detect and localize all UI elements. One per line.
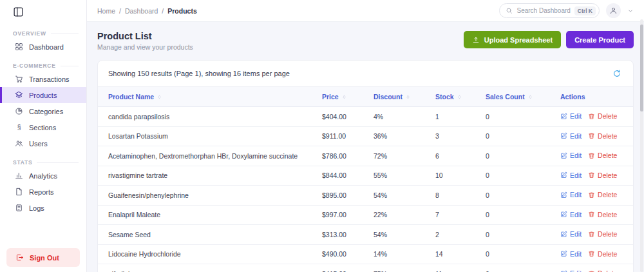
breadcrumb-item-dashboard[interactable]: Dashboard (125, 7, 158, 15)
discount-cell: 54% (368, 186, 430, 206)
delete-label: Delete (598, 132, 617, 140)
product-name-cell: Acetaminophen, Dextromethorphan HBr, Dox… (98, 146, 317, 166)
sort-icon (341, 94, 347, 100)
price-cell: $997.00 (317, 205, 368, 225)
edit-button[interactable]: Edit (560, 250, 582, 258)
sidebar-item-products[interactable]: Products (0, 87, 86, 103)
stock-cell: 8 (430, 186, 480, 206)
trash-icon (588, 211, 595, 218)
delete-button[interactable]: Delete (588, 230, 617, 238)
trash-icon (588, 250, 595, 257)
user-menu-chevron[interactable] (627, 8, 634, 14)
app-logo[interactable] (0, 0, 86, 23)
sidebar-item-label: Sections (29, 124, 56, 131)
column-header-price[interactable]: Price (317, 87, 368, 107)
create-product-button[interactable]: Create Product (566, 31, 634, 48)
table-row: Acetaminophen, Dextromethorphan HBr, Dox… (98, 146, 633, 166)
edit-button[interactable]: Edit (560, 132, 582, 140)
user-icon (609, 6, 618, 15)
product-name-cell: Lidocaine Hydrochloride (98, 244, 317, 264)
sidebar-item-label: Dashboard (29, 43, 64, 51)
sidebar: OVERVIEWDashboardE-COMMERCETransactionsP… (0, 0, 87, 272)
breadcrumb-separator: / (119, 7, 121, 15)
vertical-scrollbar[interactable] (640, 19, 643, 272)
trash-icon (588, 132, 595, 139)
logs-icon (15, 204, 23, 212)
content-area: Product List Manage and view your produc… (87, 22, 644, 272)
scrollbar-thumb[interactable] (640, 24, 643, 112)
column-header-discount[interactable]: Discount (368, 87, 430, 107)
sidebar-nav: OVERVIEWDashboardE-COMMERCETransactionsP… (0, 23, 86, 216)
categories-icon (15, 107, 23, 115)
delete-button[interactable]: Delete (588, 269, 617, 272)
analytics-icon (15, 171, 23, 180)
edit-button[interactable]: Edit (560, 269, 582, 272)
nav-section-label-stats: STATS (13, 159, 86, 166)
search-input[interactable]: Search Dashboard Ctrl K (499, 3, 600, 18)
edit-button[interactable]: Edit (560, 191, 582, 199)
delete-button[interactable]: Delete (588, 151, 617, 159)
upload-spreadsheet-button[interactable]: Upload Spreadsheet (464, 31, 561, 48)
table-row: Sesame Seed$313.0054%20EditDelete (98, 225, 633, 245)
delete-button[interactable]: Delete (588, 112, 617, 120)
column-header-label: Price (322, 93, 339, 101)
price-cell: $786.00 (317, 146, 368, 166)
sidebar-item-dashboard[interactable]: Dashboard (0, 39, 86, 55)
sidebar-item-sections[interactable]: §Sections (0, 119, 86, 135)
actions-cell: EditDelete (555, 244, 633, 264)
edit-label: Edit (570, 132, 582, 140)
sign-out-button[interactable]: Sign Out (6, 248, 80, 267)
column-header-label: Sales Count (486, 93, 525, 101)
sidebar-item-categories[interactable]: Categories (0, 103, 86, 119)
price-cell: $911.00 (317, 126, 368, 146)
price-cell: $844.00 (317, 166, 368, 186)
nav-section-label-e-commerce: E-COMMERCE (13, 63, 86, 69)
breadcrumb-separator: / (162, 7, 164, 15)
delete-button[interactable]: Delete (588, 132, 617, 140)
breadcrumb-item-products[interactable]: Products (167, 7, 197, 15)
sidebar-item-logs[interactable]: Logs (0, 200, 86, 216)
sales-count-cell: 0 (480, 107, 555, 127)
delete-label: Delete (598, 191, 617, 199)
edit-icon (560, 231, 567, 238)
actions-cell: EditDelete (555, 264, 633, 272)
delete-button[interactable]: Delete (588, 171, 617, 179)
edit-button[interactable]: Edit (560, 171, 582, 179)
column-header-sales-count[interactable]: Sales Count (480, 87, 555, 107)
edit-icon (560, 171, 567, 179)
edit-button[interactable]: Edit (560, 211, 582, 219)
edit-label: Edit (570, 191, 582, 199)
delete-button[interactable]: Delete (588, 191, 617, 199)
trash-icon (588, 152, 595, 159)
sidebar-item-transactions[interactable]: Transactions (0, 71, 86, 87)
nav-section-label-overview: OVERVIEW (13, 30, 86, 37)
stock-cell: 1 (430, 107, 480, 127)
sidebar-item-analytics[interactable]: Analytics (0, 168, 86, 184)
breadcrumb-item-home[interactable]: Home (97, 7, 115, 15)
main-column: Home/Dashboard/Products Search Dashboard… (87, 0, 644, 272)
sidebar-item-users[interactable]: Users (0, 135, 86, 151)
refresh-button[interactable] (611, 68, 623, 79)
product-name-cell: Losartan Potassium (98, 126, 317, 146)
column-header-label: Stock (435, 93, 454, 101)
table-row: candida parapsilosis$404.004%10EditDelet… (98, 107, 633, 127)
table-row: Enalapril Maleate$997.0022%70EditDelete (98, 205, 633, 225)
edit-button[interactable]: Edit (560, 151, 582, 159)
column-header-product-name[interactable]: Product Name (98, 87, 317, 107)
edit-button[interactable]: Edit (560, 230, 582, 238)
user-menu-button[interactable] (606, 3, 621, 18)
edit-icon (560, 270, 567, 272)
table-row: Guaifenesin/phenylephrine$895.0054%80Edi… (98, 186, 633, 206)
sidebar-item-reports[interactable]: Reports (0, 184, 86, 200)
sidebar-item-label: Logs (29, 204, 44, 212)
discount-cell: 22% (368, 205, 430, 225)
page-actions: Upload Spreadsheet Create Product (464, 31, 634, 48)
delete-button[interactable]: Delete (588, 211, 617, 219)
edit-button[interactable]: Edit (560, 112, 582, 120)
price-cell: $415.00 (317, 264, 368, 272)
discount-cell: 72% (368, 146, 430, 166)
discount-cell: 36% (368, 126, 430, 146)
column-header-stock[interactable]: Stock (430, 87, 480, 107)
edit-label: Edit (570, 211, 582, 219)
delete-button[interactable]: Delete (588, 250, 617, 258)
